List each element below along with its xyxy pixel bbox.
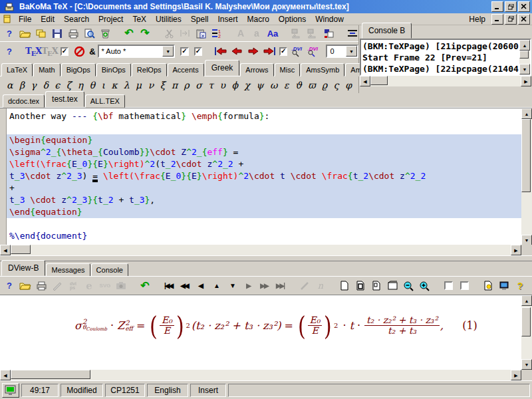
restore-button[interactable] [505,1,517,12]
save-icon[interactable] [49,26,65,41]
menu-edit[interactable]: Edit [36,14,59,25]
mdi-restore-button[interactable] [505,14,517,25]
greek-symbol[interactable]: σ [196,80,202,90]
palette-tab-accents[interactable]: Accents [168,63,204,76]
ie-export-icon[interactable]: e [81,279,97,293]
doc-tab-dcdoc-tex[interactable]: dcdoc.tex [3,94,45,108]
close-button[interactable] [518,1,530,12]
code-editor[interactable]: Another way --- {\bf mathematical} \emph… [0,108,532,255]
viewer-scroll-down[interactable]: ▼ [521,359,532,370]
dvi-help-icon[interactable]: ? [1,279,17,293]
palette-tab-math[interactable]: Math [33,63,60,76]
greek-symbol[interactable]: ρ [184,80,190,90]
lowercase-icon[interactable]: a [249,26,265,41]
scroll-up-icon[interactable]: ▲ [209,279,225,293]
dvi-wizard-icon[interactable] [49,279,65,293]
greek-symbol[interactable]: φ [345,80,352,90]
greek-symbol[interactable]: ν [148,80,154,90]
greek-symbol[interactable]: γ [31,80,37,90]
greek-symbol[interactable]: ψ [257,80,264,90]
page-thumb-icon[interactable] [368,279,384,293]
panel-tab-console[interactable]: Console [91,263,128,277]
palette-tab-latex[interactable]: LaTeX [1,63,33,76]
insert-block-icon[interactable] [321,26,336,41]
greek-symbol[interactable]: ϕ [232,80,239,90]
page-fit-icon[interactable] [384,279,400,293]
next-group-icon[interactable]: ▶▶ [257,279,273,293]
console-scroll-down[interactable]: ▼ [519,64,530,74]
viewer-scroll-up[interactable]: ▲ [521,295,532,306]
format-dropdown-arrow[interactable]: ▼ [162,46,174,57]
first-frame-icon[interactable]: |◀◀ [161,279,177,293]
greek-symbol[interactable]: υ [220,80,226,90]
tex-compile-icon[interactable]: TEX [25,44,41,59]
menu-macro[interactable]: Macro [242,14,273,25]
mdi-close-button[interactable] [518,14,530,25]
editor-hscrollbar[interactable]: ◀ ▶ [0,245,521,255]
mdi-minimize-button[interactable] [491,14,503,25]
palette-tab-relops[interactable]: RelOps [132,63,167,76]
minimize-button[interactable] [491,1,503,12]
greek-symbol[interactable]: δ [43,80,48,90]
block-copy-1-icon[interactable] [289,26,305,41]
tex-option-checkbox-1[interactable]: ✓ [61,47,68,56]
menu-help[interactable]: Help [464,14,490,25]
viewer-hscrollbar[interactable]: ◀ ▶ [0,370,521,380]
editor-text-area[interactable]: Another way --- {\bf mathematical} \emph… [7,108,521,247]
editor-scroll-right[interactable]: ▶ [511,245,521,255]
doc-tab-all-tex[interactable]: ALL.TEX [85,94,125,108]
merge-icon[interactable] [177,26,193,41]
console-scroll-right[interactable]: ▶ [521,76,531,86]
editor-scroll-up[interactable]: ▲ [521,108,532,119]
console-scroll-left[interactable]: ◀ [360,76,370,86]
greek-symbol[interactable]: ι [102,80,106,90]
editor-scroll-down[interactable]: ▼ [521,235,532,245]
tex-stop-icon[interactable]: TEX [41,44,57,59]
last-error-icon[interactable] [261,44,277,59]
menu-spell[interactable]: Spell [186,14,213,25]
greek-symbol[interactable]: ϖ [308,80,315,90]
viewer-scroll-left[interactable]: ◀ [0,370,11,380]
console-vscrollbar[interactable]: ▲ ▼ [519,40,530,74]
menu-file[interactable]: File [14,14,36,25]
palette-tab-bigops[interactable]: BigOps [61,63,96,76]
center-lines-icon[interactable] [344,26,360,41]
viewer-scroll-right[interactable]: ▶ [511,370,521,380]
cut-icon[interactable] [161,26,177,41]
menu-tex[interactable]: TeX [128,14,151,25]
tex-option-checkbox-2[interactable]: ✓ [180,47,188,56]
dvi-help-2-icon[interactable]: ? [512,279,528,293]
next-frame-icon[interactable]: ▶ [241,279,257,293]
view-option-1-icon[interactable] [440,279,456,293]
paste-special-icon[interactable] [193,26,209,41]
palette-tab-greek[interactable]: Greek [205,60,240,76]
dvi-sync-checkbox[interactable]: ✓ [279,47,287,56]
console-scroll-up[interactable]: ▲ [519,40,530,51]
palette-tab-misc[interactable]: Misc [275,63,301,76]
greek-symbol[interactable]: ε [284,80,289,90]
print-icon[interactable] [65,26,81,41]
help-icon[interactable]: ? [1,26,17,41]
zoom-in-icon[interactable] [416,279,432,293]
redo-icon[interactable]: ↷ [137,26,153,41]
dvi-view-icon[interactable]: .DVI [290,44,306,59]
greek-symbol[interactable]: ω [270,80,277,90]
view-option-2-icon[interactable] [456,279,472,293]
dvi-open-icon[interactable] [17,279,33,293]
greek-symbol[interactable]: ϱ [322,80,327,90]
snapshot-icon[interactable] [113,279,129,293]
prev-error-icon[interactable] [229,44,245,59]
palette-tab-binops[interactable]: BinOps [96,63,131,76]
greek-symbol[interactable]: χ [245,80,250,90]
status-screen-icon[interactable] [2,383,19,398]
menu-window[interactable]: Window [311,14,348,25]
tex-help-icon[interactable]: ? [1,44,17,59]
panel-splitter[interactable] [0,255,532,261]
last-frame-icon[interactable]: ▶▶| [273,279,289,293]
recycle-icon[interactable] [97,26,113,41]
find-in-files-icon[interactable] [81,26,97,41]
undo-icon[interactable]: ↶ [121,26,137,41]
edit-tool-icon[interactable] [297,279,313,293]
first-error-icon[interactable] [213,44,229,59]
svg-export-icon[interactable]: SVG [97,279,113,293]
